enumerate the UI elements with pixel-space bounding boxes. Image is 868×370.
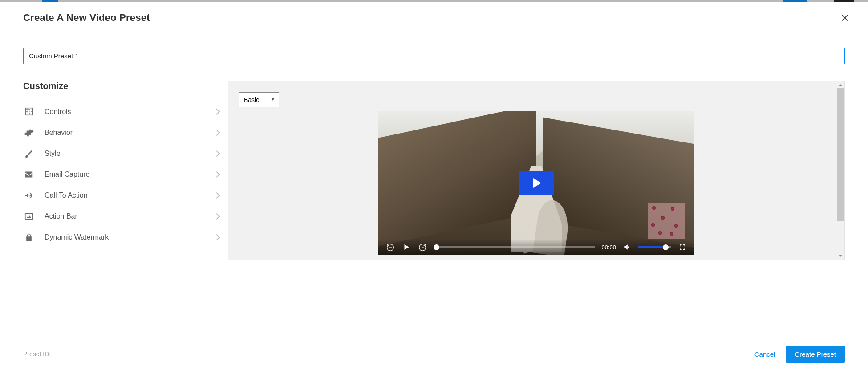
modal-header: Create A New Video Preset (0, 2, 868, 33)
forward-10-icon[interactable]: 10 (418, 242, 427, 252)
chevron-right-icon (214, 129, 220, 135)
play-icon[interactable] (402, 242, 411, 252)
image-icon (23, 211, 35, 222)
customize-heading: Customize (23, 81, 223, 91)
preview-pane: Basic (228, 81, 845, 260)
sidebar-item-label: Behavior (45, 129, 215, 137)
create-video-preset-modal: Create A New Video Preset Customize Cont… (0, 2, 868, 370)
scroll-thumb[interactable] (837, 88, 844, 221)
video-preview[interactable]: 10 10 00:00 (378, 111, 694, 255)
preview-scrollbar[interactable] (837, 82, 844, 259)
lock-icon (23, 232, 35, 243)
modal-title: Create A New Video Preset (23, 12, 150, 24)
sidebar-item-style[interactable]: Style (23, 143, 223, 164)
preset-name-input[interactable] (23, 48, 845, 64)
chevron-right-icon (214, 171, 220, 177)
video-controls: 10 10 00:00 (378, 239, 694, 255)
scroll-up-icon[interactable] (839, 84, 842, 86)
svg-text:10: 10 (389, 246, 392, 249)
sidebar-item-label: Call To Action (45, 191, 215, 199)
sidebar-item-label: Style (45, 150, 215, 158)
time-current: 00:00 (601, 244, 616, 251)
sidebar-item-action-bar[interactable]: Action Bar (23, 206, 223, 227)
sidebar-item-controls[interactable]: Controls (23, 101, 223, 122)
fullscreen-icon[interactable] (677, 242, 687, 252)
sidebar-item-label: Action Bar (45, 212, 215, 220)
volume-handle[interactable] (663, 244, 669, 250)
sidebar-item-label: Controls (45, 108, 215, 116)
sidebar-item-label: Email Capture (45, 171, 215, 179)
modal-footer: Preset ID: Cancel Create Preset (0, 338, 868, 370)
play-overlay-button[interactable] (519, 171, 554, 195)
cancel-button[interactable]: Cancel (753, 347, 777, 362)
sidebar-item-call-to-action[interactable]: Call To Action (23, 185, 223, 206)
svg-rect-1 (25, 213, 33, 219)
sidebar-item-email-capture[interactable]: Email Capture (23, 164, 223, 185)
megaphone-icon (23, 190, 35, 201)
rewind-10-icon[interactable]: 10 (385, 242, 395, 252)
sliders-icon (23, 106, 35, 118)
chevron-right-icon (214, 150, 220, 156)
mail-icon (23, 169, 35, 180)
chevron-right-icon (214, 192, 220, 198)
scroll-down-icon[interactable] (839, 255, 842, 257)
gear-icon (23, 127, 35, 138)
sidebar-item-behavior[interactable]: Behavior (23, 122, 223, 143)
progress-handle[interactable] (434, 244, 439, 250)
sidebar-item-label: Dynamic Watermark (45, 233, 215, 241)
volume-slider[interactable] (638, 246, 671, 248)
chevron-right-icon (214, 213, 220, 219)
watermark-preview (648, 203, 685, 239)
sidebar-item-dynamic-watermark[interactable]: Dynamic Watermark (23, 227, 223, 248)
progress-bar[interactable] (434, 246, 595, 248)
svg-text:10: 10 (421, 246, 424, 249)
preset-id-label: Preset ID: (23, 350, 51, 358)
skin-select[interactable]: Basic (239, 92, 279, 107)
chevron-right-icon (214, 108, 220, 114)
chevron-right-icon (214, 234, 220, 240)
brush-icon (23, 148, 35, 159)
close-icon[interactable] (840, 13, 849, 22)
customize-sidebar: Customize Controls Behavior (23, 81, 228, 338)
volume-icon[interactable] (622, 242, 632, 252)
create-preset-button[interactable]: Create Preset (786, 346, 845, 363)
